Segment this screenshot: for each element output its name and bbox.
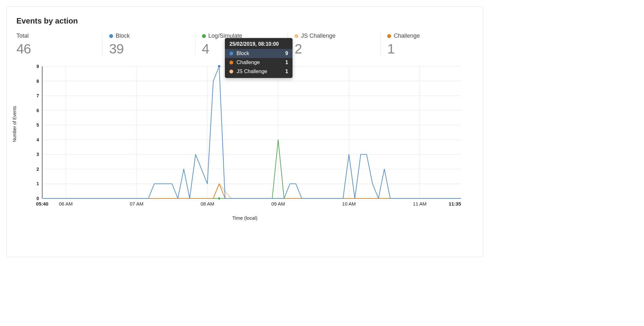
svg-text:11 AM: 11 AM [413, 201, 427, 206]
svg-text:11:35: 11:35 [449, 201, 461, 206]
svg-text:6: 6 [36, 108, 39, 113]
tooltip-row: Challenge1 [225, 58, 293, 67]
svg-text:7: 7 [36, 93, 39, 98]
stat-label: Total [16, 33, 29, 39]
svg-text:1: 1 [36, 181, 39, 186]
legend-dot-icon [202, 34, 206, 38]
stat-label: JS Challenge [301, 33, 335, 39]
svg-text:3: 3 [36, 152, 39, 157]
tooltip-row: Block9 [225, 49, 293, 58]
chart-area: Number of Events 012345678906 AM07 AM08 … [16, 63, 473, 221]
tooltip-label: Block [236, 51, 281, 56]
tooltip-label: Challenge [236, 60, 281, 65]
x-axis-label: Time (local) [16, 215, 473, 221]
tooltip-value: 1 [285, 69, 288, 74]
tooltip-value: 1 [285, 60, 288, 65]
svg-text:10 AM: 10 AM [342, 201, 356, 206]
svg-text:9: 9 [36, 64, 39, 69]
stat-value: 1 [387, 41, 467, 57]
legend-dot-icon [229, 70, 233, 73]
legend-dot-icon [229, 52, 233, 55]
tooltip-label: JS Challenge [236, 69, 281, 74]
stat-label: Block [116, 33, 130, 39]
svg-text:08 AM: 08 AM [200, 201, 214, 206]
stat-value: 2 [294, 41, 374, 57]
stat-label: Challenge [394, 33, 420, 39]
card-title: Events by action [16, 16, 473, 25]
svg-text:07 AM: 07 AM [130, 201, 144, 206]
svg-text:5: 5 [36, 122, 39, 128]
legend-dot-icon [109, 34, 113, 38]
legend-dot-icon [387, 34, 391, 38]
stat-challenge[interactable]: Challenge1 [380, 33, 473, 57]
chart-tooltip: 25/02/2019, 08:10:00 Block9Challenge1JS … [225, 38, 293, 78]
stat-js[interactable]: JS Challenge2 [288, 33, 380, 57]
tooltip-row: JS Challenge1 [225, 67, 293, 76]
svg-text:05:40: 05:40 [36, 201, 48, 206]
stat-total[interactable]: Total46 [16, 33, 102, 57]
svg-point-36 [218, 65, 221, 68]
tooltip-value: 9 [285, 51, 288, 56]
stat-value: 39 [109, 41, 189, 57]
legend-dot-icon [229, 61, 233, 64]
tooltip-header: 25/02/2019, 08:10:00 [225, 41, 293, 49]
events-card: Events by action Total46Block39Log/Simul… [6, 6, 483, 257]
svg-point-37 [218, 197, 220, 200]
events-line-chart[interactable]: 012345678906 AM07 AM08 AM09 AM10 AM11 AM… [16, 63, 467, 211]
y-axis-label: Number of Events [12, 106, 17, 142]
svg-text:06 AM: 06 AM [59, 201, 73, 206]
stat-block[interactable]: Block39 [102, 33, 195, 57]
svg-text:4: 4 [36, 137, 39, 142]
svg-text:2: 2 [36, 167, 39, 172]
svg-text:09 AM: 09 AM [271, 201, 285, 206]
svg-text:0: 0 [36, 196, 39, 201]
svg-text:8: 8 [36, 79, 39, 84]
legend-dot-icon [294, 34, 298, 38]
stat-value: 46 [16, 41, 96, 57]
